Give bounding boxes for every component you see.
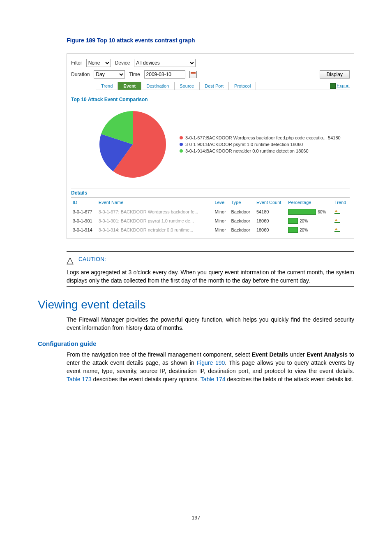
export-link[interactable]: Export — [330, 83, 350, 89]
config-heading: Configuration guide — [38, 340, 354, 347]
config-paragraph: From the navigation tree of the firewall… — [67, 350, 354, 383]
caution-title: CAUTION: — [78, 256, 106, 262]
caution-body: Logs are aggregated at 3 o'clock every d… — [67, 268, 354, 287]
figure-190-link[interactable]: Figure 190 — [197, 359, 225, 366]
details-header: Details — [71, 188, 350, 198]
legend-item: 3-0-1-677:BACKDOOR Wordpress backdoor fe… — [180, 135, 341, 140]
col-header: Type — [229, 198, 254, 207]
chart-legend: 3-0-1-677:BACKDOOR Wordpress backdoor fe… — [180, 134, 341, 155]
trend-icon[interactable] — [334, 227, 340, 232]
filter-label: Filter — [71, 60, 82, 66]
filter-select[interactable]: None — [86, 59, 111, 67]
table-173-link[interactable]: Table 173 — [67, 376, 92, 382]
tab-event[interactable]: Event — [118, 82, 141, 90]
trend-icon[interactable] — [334, 209, 340, 214]
col-header: ID — [71, 198, 97, 207]
tab-row: TrendEventDestinationSourceDest PortProt… — [96, 82, 350, 90]
event-name-link[interactable]: 3-0-1-901: BACKDOOR psyrat 1.0 runtime d… — [97, 216, 213, 225]
figure-caption: Figure 189 Top 10 attack events contrast… — [67, 37, 354, 44]
col-header: Event Name — [97, 198, 213, 207]
caution-icon: △ — [67, 256, 74, 265]
tab-dest-port[interactable]: Dest Port — [199, 82, 229, 90]
col-header: Trend — [333, 198, 350, 207]
tab-destination[interactable]: Destination — [141, 82, 174, 90]
screenshot-panel: Filter None Device All devices Duration … — [67, 53, 354, 239]
table-174-link[interactable]: Table 174 — [201, 376, 226, 382]
device-select[interactable]: All devices — [134, 59, 196, 67]
tab-protocol[interactable]: Protocol — [229, 82, 256, 90]
col-header: Level — [213, 198, 229, 207]
chart-title: Top 10 Attack Event Comparison — [71, 97, 350, 102]
device-label: Device — [115, 60, 130, 66]
section-intro: The Firewall Manager provides the powerf… — [67, 315, 354, 332]
table-row: 3-0-1-9143-0-1-914: BACKDOOR netraider 0… — [71, 225, 350, 234]
duration-label: Duration — [71, 72, 90, 77]
trend-icon[interactable] — [334, 218, 340, 223]
calendar-icon[interactable] — [189, 71, 197, 78]
tab-trend[interactable]: Trend — [96, 82, 118, 90]
col-header: Event Count — [255, 198, 286, 207]
pie-chart — [96, 107, 170, 181]
legend-item: 3-0-1-914:BACKDOOR netraider 0.0 runtime… — [180, 148, 341, 153]
tab-source[interactable]: Source — [174, 82, 199, 90]
col-header: Percentage — [286, 198, 333, 207]
time-label: Time — [129, 72, 140, 77]
event-name-link[interactable]: 3-0-1-914: BACKDOOR netraider 0.0 runtim… — [97, 225, 213, 234]
duration-select[interactable]: Day — [94, 70, 125, 79]
section-heading: Viewing event details — [38, 298, 354, 311]
legend-item: 3-0-1-901:BACKDOOR psyrat 1.0 runtime de… — [180, 142, 341, 147]
details-table: IDEvent NameLevelTypeEvent CountPercenta… — [71, 198, 350, 234]
excel-icon — [330, 83, 336, 89]
display-button[interactable]: Display — [320, 70, 350, 79]
page-number: 197 — [0, 514, 392, 521]
table-row: 3-0-1-6773-0-1-677: BACKDOOR Wordpress b… — [71, 207, 350, 217]
table-row: 3-0-1-9013-0-1-901: BACKDOOR psyrat 1.0 … — [71, 216, 350, 225]
time-input[interactable] — [144, 70, 185, 79]
event-name-link[interactable]: 3-0-1-677: BACKDOOR Wordpress backdoor f… — [97, 207, 213, 217]
